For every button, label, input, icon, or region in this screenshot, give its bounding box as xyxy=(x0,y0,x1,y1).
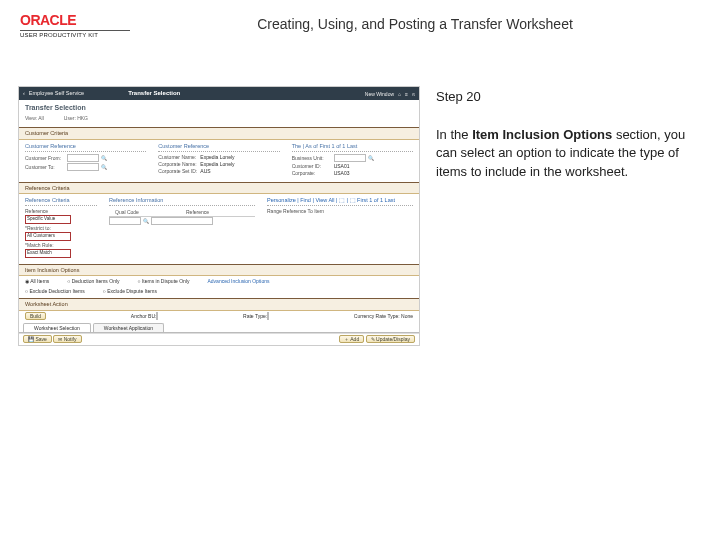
col-header: Reference Criteria xyxy=(25,197,97,206)
topbar-title: Transfer Selection xyxy=(128,90,180,97)
new-window-link[interactable]: New Window xyxy=(365,91,394,97)
section-header: Item Inclusion Options xyxy=(19,265,419,277)
step-label: Step 20 xyxy=(436,88,702,106)
col-header: Reference Information xyxy=(109,197,255,206)
customer-from-input[interactable] xyxy=(67,154,99,162)
section-header: Reference Criteria xyxy=(19,183,419,195)
section-header: Customer Criteria xyxy=(19,128,419,140)
notify-button[interactable]: ✉ Notify xyxy=(53,335,81,343)
logo-brand: ORACLE xyxy=(20,12,130,28)
lookup-icon[interactable]: 🔍 xyxy=(143,218,149,224)
tab-row: Worksheet Selection Worksheet Applicatio… xyxy=(19,321,419,333)
radio-exclude-deduction[interactable]: ○ Exclude Deduction Items xyxy=(25,288,85,294)
home-icon[interactable]: ⌂ xyxy=(398,91,401,97)
advanced-inclusion-link[interactable]: Advanced Inclusion Options xyxy=(207,278,269,284)
match-select[interactable]: Exact Match xyxy=(25,249,71,258)
tab-worksheet-application[interactable]: Worksheet Application xyxy=(93,323,164,332)
footer-bar: 💾 Save ✉ Notify ＋ Add ✎ Update/Display xyxy=(19,333,419,345)
lookup-icon[interactable]: 🔍 xyxy=(368,155,374,161)
customer-to-input[interactable] xyxy=(67,163,99,171)
anchor-bu-input[interactable] xyxy=(156,312,158,320)
app-screenshot: ‹ Employee Self Service Transfer Selecti… xyxy=(18,86,420,346)
reference-select[interactable]: Specific Value xyxy=(25,215,71,224)
customer-criteria-section: Customer Criteria Customer Reference Cus… xyxy=(19,127,419,179)
update-display-button[interactable]: ✎ Update/Display xyxy=(366,335,415,343)
bu-input[interactable] xyxy=(334,154,366,162)
grid-nav[interactable]: The | As of First 1 of 1 Last xyxy=(292,143,413,152)
reference-criteria-section: Reference Criteria Reference Criteria Re… xyxy=(19,182,419,262)
col-header: Customer Reference xyxy=(158,143,279,152)
worksheet-action-section: Worksheet Action Build Anchor BU: Rate T… xyxy=(19,298,419,321)
section-header: Worksheet Action xyxy=(19,299,419,311)
grid-nav[interactable]: Personalize | Find | View All | ⬚ | ⬚ Fi… xyxy=(267,197,413,206)
signout-icon[interactable]: ⎋ xyxy=(412,91,415,97)
reference-input[interactable] xyxy=(151,217,213,225)
app-name: Employee Self Service xyxy=(29,90,84,97)
radio-exclude-dispute[interactable]: ○ Exclude Dispute Items xyxy=(103,288,157,294)
app-topbar: ‹ Employee Self Service Transfer Selecti… xyxy=(19,87,419,100)
add-button[interactable]: ＋ Add xyxy=(339,335,364,343)
instruction-text: In the Item Inclusion Options section, y… xyxy=(436,126,702,181)
page-subheader: View: All User: HKG xyxy=(19,114,419,125)
restrict-select[interactable]: All Customers xyxy=(25,232,71,241)
save-button[interactable]: 💾 Save xyxy=(23,335,52,343)
back-icon[interactable]: ‹ xyxy=(23,90,25,97)
qual-code-input[interactable] xyxy=(109,217,141,225)
item-inclusion-section: Item Inclusion Options ◉ All Items ○ Ded… xyxy=(19,264,419,297)
nav-icon[interactable]: ≡ xyxy=(405,91,408,97)
lookup-icon[interactable]: 🔍 xyxy=(101,155,107,161)
instruction-pane: Step 20 In the Item Inclusion Options se… xyxy=(436,86,702,346)
lookup-icon[interactable]: 🔍 xyxy=(101,164,107,170)
rate-type-input[interactable] xyxy=(267,312,269,320)
radio-all-items[interactable]: ◉ All Items xyxy=(25,278,49,284)
radio-deduction-only[interactable]: ○ Deduction Items Only xyxy=(67,278,119,284)
logo-block: ORACLE USER PRODUCTIVITY KIT xyxy=(20,12,130,38)
col-header: Customer Reference xyxy=(25,143,146,152)
page-title: Creating, Using, and Posting a Transfer … xyxy=(130,12,700,32)
page-heading: Transfer Selection xyxy=(19,100,419,114)
build-button[interactable]: Build xyxy=(25,312,46,320)
logo-subtitle: USER PRODUCTIVITY KIT xyxy=(20,30,130,38)
tab-worksheet-selection[interactable]: Worksheet Selection xyxy=(23,323,91,332)
radio-dispute-only[interactable]: ○ Items in Dispute Only xyxy=(138,278,190,284)
